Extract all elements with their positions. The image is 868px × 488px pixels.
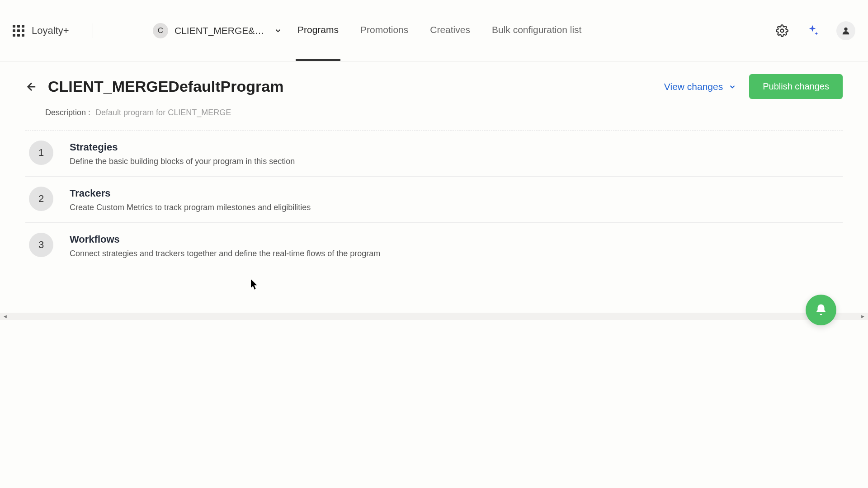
step-number: 1: [29, 141, 53, 165]
app-logo-text: Loyalty+: [32, 25, 69, 37]
step-title: Strategies: [70, 141, 295, 153]
step-number: 2: [29, 187, 53, 211]
tab-programs[interactable]: Programs: [296, 0, 340, 61]
description-text: Default program for CLIENT_MERGE: [95, 108, 231, 117]
view-changes-label: View changes: [664, 81, 723, 92]
description-row: Description : Default program for CLIENT…: [45, 108, 843, 117]
publish-button[interactable]: Publish changes: [749, 74, 843, 99]
step-workflows[interactable]: 3 Workflows Connect strategies and track…: [25, 223, 843, 268]
steps-list: 1 Strategies Define the basic building b…: [25, 130, 843, 268]
step-title: Trackers: [70, 188, 311, 199]
app-header: Loyalty+ C CLIENT_MERGE&MER… Programs Pr…: [0, 0, 868, 61]
step-body: Workflows Connect strategies and tracker…: [70, 233, 380, 258]
page-actions: View changes Publish changes: [664, 74, 843, 99]
svg-point-0: [781, 29, 784, 32]
step-description: Define the basic building blocks of your…: [70, 157, 295, 166]
notifications-fab[interactable]: [806, 295, 836, 325]
tab-bulk-config[interactable]: Bulk configuration list: [490, 0, 583, 61]
step-number: 3: [29, 233, 53, 257]
header-right: [776, 21, 855, 40]
apps-grid-icon[interactable]: [13, 25, 24, 37]
horizontal-scrollbar[interactable]: ◄ ►: [0, 313, 868, 320]
step-description: Create Custom Metrics to track program m…: [70, 203, 311, 212]
step-strategies[interactable]: 1 Strategies Define the basic building b…: [25, 131, 843, 177]
description-label: Description :: [45, 108, 90, 117]
tab-promotions[interactable]: Promotions: [359, 0, 410, 61]
step-description: Connect strategies and trackers together…: [70, 249, 380, 258]
nav-tabs: Programs Promotions Creatives Bulk confi…: [296, 0, 583, 61]
sparkle-icon[interactable]: [806, 24, 819, 38]
chevron-down-icon: [274, 27, 282, 35]
gear-icon[interactable]: [776, 24, 788, 37]
scroll-left-icon[interactable]: ◄: [0, 314, 10, 319]
bell-icon: [814, 303, 828, 317]
chevron-down-icon: [728, 83, 736, 91]
page-title: CLIENT_MERGEDefaultProgram: [48, 78, 283, 95]
tab-creatives[interactable]: Creatives: [428, 0, 472, 61]
header-divider: [93, 23, 93, 38]
step-body: Trackers Create Custom Metrics to track …: [70, 187, 311, 212]
user-avatar-button[interactable]: [836, 21, 855, 40]
header-left: Loyalty+: [13, 23, 139, 38]
step-body: Strategies Define the basic building blo…: [70, 141, 295, 166]
client-selector[interactable]: C CLIENT_MERGE&MER…: [153, 23, 282, 38]
view-changes-button[interactable]: View changes: [664, 81, 736, 92]
client-badge: C: [153, 23, 168, 38]
cursor-icon: [250, 279, 259, 290]
page-content: CLIENT_MERGEDefaultProgram View changes …: [0, 61, 868, 268]
step-trackers[interactable]: 2 Trackers Create Custom Metrics to trac…: [25, 177, 843, 223]
svg-point-1: [844, 27, 847, 30]
scroll-right-icon[interactable]: ►: [858, 314, 868, 319]
step-title: Workflows: [70, 234, 380, 245]
page-header: CLIENT_MERGEDefaultProgram View changes …: [25, 74, 843, 99]
back-arrow-icon[interactable]: [25, 80, 38, 93]
client-name: CLIENT_MERGE&MER…: [175, 25, 265, 36]
